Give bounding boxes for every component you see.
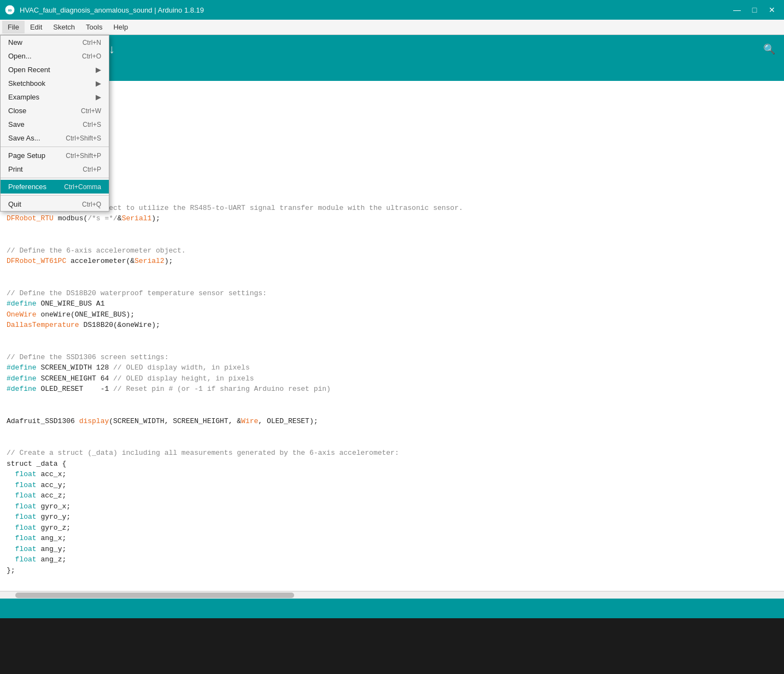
status-bar <box>0 599 784 618</box>
file-dropdown: New Ctrl+N Open... Ctrl+O Open Recent ▶ … <box>0 35 109 212</box>
dd-open-recent[interactable]: Open Recent ▶ <box>1 63 109 77</box>
dd-save-as[interactable]: Save As... Ctrl+Shift+S <box>1 131 109 145</box>
dd-close[interactable]: Close Ctrl+W <box>1 104 109 118</box>
dd-quit-shortcut: Ctrl+Q <box>82 201 101 208</box>
dd-sep3 <box>1 195 109 196</box>
editor-area[interactable]: ((uint16_t)0x0F) re, eExternTempreture, … <box>0 81 784 591</box>
close-button[interactable]: ✕ <box>764 4 780 16</box>
dd-sketchbook-label: Sketchbook <box>8 79 45 87</box>
dd-page-setup[interactable]: Page Setup Ctrl+Shift+P <box>1 149 109 162</box>
dd-new[interactable]: New Ctrl+N <box>1 36 109 49</box>
window-controls: — □ ✕ <box>729 4 780 16</box>
code-block: ((uint16_t)0x0F) re, eExternTempreture, … <box>0 81 784 591</box>
menu-bar: File Edit Sketch Tools Help <box>0 20 784 35</box>
scrollbar-thumb[interactable] <box>15 593 294 598</box>
dd-examples-arrow: ▶ <box>96 93 101 101</box>
content-area: ((uint16_t)0x0F) re, eExternTempreture, … <box>0 81 784 599</box>
dd-open[interactable]: Open... Ctrl+O <box>1 49 109 63</box>
app-title: HVAC_fault_diagnosis_anomalous_sound | A… <box>20 6 204 14</box>
toolbar: ✓ → ⬥ ☰ ↑ ↓ 🔍 <box>0 35 784 63</box>
dd-new-shortcut: Ctrl+N <box>83 39 101 46</box>
dd-save[interactable]: Save Ctrl+S <box>1 118 109 131</box>
dd-sketchbook[interactable]: Sketchbook ▶ <box>1 77 109 90</box>
maximize-button[interactable]: □ <box>747 4 762 16</box>
title-bar: ∞ HVAC_fault_diagnosis_anomalous_sound |… <box>0 0 784 20</box>
minimize-button[interactable]: — <box>729 4 745 16</box>
dd-save-label: Save <box>8 120 25 128</box>
dd-print-label: Print <box>8 165 23 173</box>
dd-preferences-label: Preferences <box>8 183 46 191</box>
dd-print-shortcut: Ctrl+P <box>83 166 101 173</box>
menu-sketch[interactable]: Sketch <box>48 21 80 33</box>
dd-open-shortcut: Ctrl+O <box>82 52 101 60</box>
dd-quit[interactable]: Quit Ctrl+Q <box>1 197 109 211</box>
dd-save-shortcut: Ctrl+S <box>83 121 101 128</box>
dd-quit-label: Quit <box>8 200 21 208</box>
dd-print[interactable]: Print Ctrl+P <box>1 162 109 176</box>
dd-sep2 <box>1 178 109 178</box>
main-layout: ∞ HVAC_fault_diagnosis_anomalous_sound |… <box>0 0 784 674</box>
menu-file[interactable]: File <box>2 21 25 33</box>
dd-open-label: Open... <box>8 52 32 60</box>
dd-save-as-label: Save As... <box>8 134 40 142</box>
app-icon: ∞ <box>4 4 15 15</box>
search-icon[interactable]: 🔍 <box>759 41 780 57</box>
dd-close-label: Close <box>8 107 26 115</box>
title-bar-left: ∞ HVAC_fault_diagnosis_anomalous_sound |… <box>4 4 204 15</box>
menu-help[interactable]: Help <box>108 21 133 33</box>
svg-text:∞: ∞ <box>8 7 11 13</box>
bottom-area <box>0 618 784 675</box>
menu-tools[interactable]: Tools <box>80 21 108 33</box>
dd-open-recent-arrow: ▶ <box>96 66 101 74</box>
dd-sep1 <box>1 146 109 147</box>
dd-examples-label: Examples <box>8 93 39 101</box>
horizontal-scrollbar[interactable] <box>0 591 784 599</box>
dd-examples[interactable]: Examples ▶ <box>1 90 109 104</box>
menu-edit[interactable]: Edit <box>25 21 48 33</box>
dd-open-recent-label: Open Recent <box>8 66 50 74</box>
dd-close-shortcut: Ctrl+W <box>81 107 101 115</box>
tabs-bar: us_sound ▾ <box>0 63 784 81</box>
dd-preferences-shortcut: Ctrl+Comma <box>64 183 101 191</box>
dd-preferences[interactable]: Preferences Ctrl+Comma <box>1 180 109 194</box>
dd-save-as-shortcut: Ctrl+Shift+S <box>66 134 101 142</box>
dd-sketchbook-arrow: ▶ <box>96 79 101 87</box>
dd-new-label: New <box>8 38 22 46</box>
dd-page-setup-label: Page Setup <box>8 151 45 160</box>
dd-page-setup-shortcut: Ctrl+Shift+P <box>66 152 101 160</box>
